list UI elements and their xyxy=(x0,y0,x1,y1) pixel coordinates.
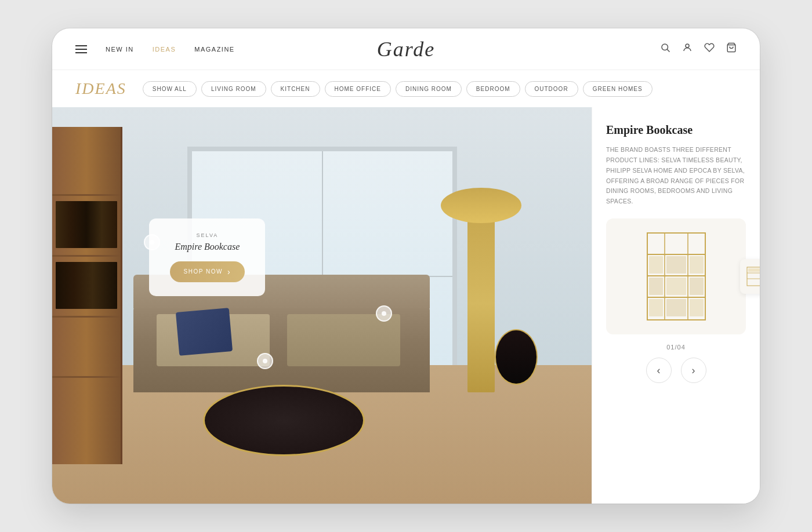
filter-show-all[interactable]: SHOW ALL xyxy=(143,81,197,97)
device-frame: NEW IN IDEAS MAGAZINE Garde IDEAS SHOW A… xyxy=(52,28,760,504)
side-table xyxy=(495,329,538,385)
shop-now-button[interactable]: Shop Now xyxy=(170,261,245,282)
panel-product-title: Empire Bookcase xyxy=(606,123,746,137)
search-icon[interactable] xyxy=(660,42,670,56)
product-brand: SELVA xyxy=(165,232,249,238)
wishlist-icon[interactable] xyxy=(704,42,715,56)
main-content: SELVA Empire Bookcase Shop Now Empire Bo… xyxy=(52,107,760,504)
filter-living-room[interactable]: LIVING ROOM xyxy=(201,81,266,97)
side-thumbnail[interactable] xyxy=(740,259,760,294)
right-panel: Empire Bookcase The brand boasts three d… xyxy=(592,107,760,504)
coffee-table xyxy=(203,385,365,456)
menu-icon[interactable] xyxy=(75,45,87,53)
product-card: SELVA Empire Bookcase Shop Now xyxy=(149,218,265,296)
svg-point-2 xyxy=(686,44,689,48)
header: NEW IN IDEAS MAGAZINE Garde xyxy=(52,28,760,70)
svg-line-1 xyxy=(667,49,669,52)
header-right xyxy=(660,42,737,56)
svg-rect-17 xyxy=(666,299,686,316)
filter-bar: IDEAS SHOW ALL LIVING ROOM KITCHEN HOME … xyxy=(52,70,760,107)
bookcase-product-image xyxy=(644,230,708,323)
bookcase-furniture xyxy=(52,127,122,464)
filter-bedroom[interactable]: BEDROOM xyxy=(466,81,520,97)
svg-rect-11 xyxy=(666,256,686,274)
filter-home-office[interactable]: HOME OFFICE xyxy=(325,81,391,97)
panel-product-description: The brand boasts three different product… xyxy=(606,145,746,207)
filter-kitchen[interactable]: KITCHEN xyxy=(271,81,320,97)
svg-rect-22 xyxy=(748,268,760,272)
filter-dining-room[interactable]: DINING ROOM xyxy=(396,81,462,97)
header-left: NEW IN IDEAS MAGAZINE xyxy=(75,45,235,53)
hotspot-3[interactable] xyxy=(376,305,392,322)
svg-rect-12 xyxy=(690,256,704,274)
svg-rect-15 xyxy=(690,278,704,295)
account-icon[interactable] xyxy=(682,42,693,56)
filter-outdoor[interactable]: OUTDOOR xyxy=(525,81,578,97)
svg-rect-10 xyxy=(649,256,663,274)
prev-button[interactable]: ‹ xyxy=(646,358,672,383)
product-name: Empire Bookcase xyxy=(165,242,249,252)
nav-new-in[interactable]: NEW IN xyxy=(106,46,134,53)
nav-ideas[interactable]: IDEAS xyxy=(153,46,176,53)
nav-magazine[interactable]: MAGAZINE xyxy=(194,46,234,53)
svg-rect-14 xyxy=(666,278,686,295)
cart-icon[interactable] xyxy=(726,42,737,56)
pagination-indicator: 01/04 xyxy=(606,344,746,351)
site-logo: Garde xyxy=(377,37,436,61)
svg-rect-18 xyxy=(690,299,704,316)
section-title: IDEAS xyxy=(75,79,126,98)
svg-rect-13 xyxy=(649,278,663,295)
room-scene: SELVA Empire Bookcase Shop Now xyxy=(52,107,592,504)
scene-image-area: SELVA Empire Bookcase Shop Now xyxy=(52,107,592,504)
filter-green-homes[interactable]: GREEN HOMES xyxy=(583,81,652,97)
product-image-card xyxy=(606,218,746,334)
floor-lamp xyxy=(467,214,495,393)
next-button[interactable]: › xyxy=(681,358,706,383)
svg-point-0 xyxy=(662,44,668,50)
svg-rect-16 xyxy=(649,299,663,316)
nav-arrows: ‹ › xyxy=(606,358,746,383)
